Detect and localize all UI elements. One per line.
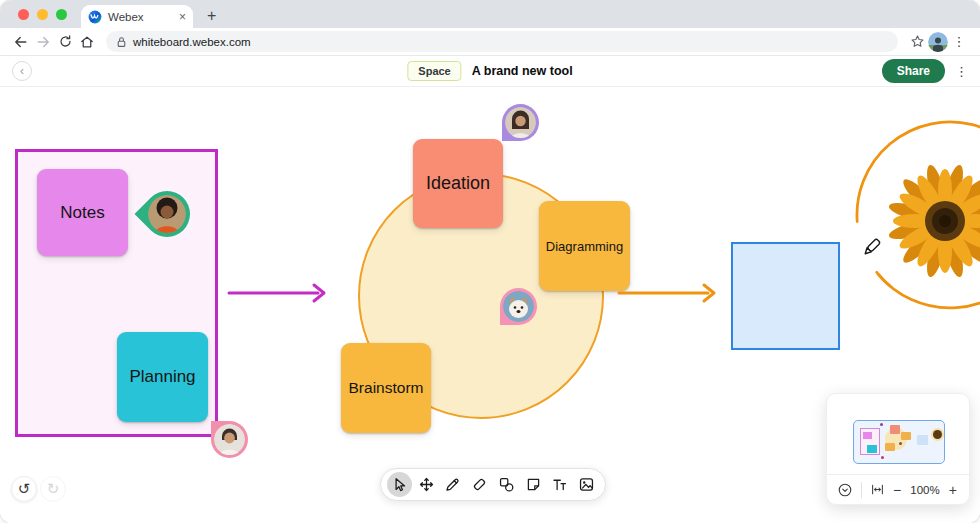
whiteboard-canvas[interactable]: Notes Planning Ideation Diagramming Brai… xyxy=(0,87,980,523)
sticky-note-notes[interactable]: Notes xyxy=(37,169,128,256)
pink-avatar-cursor xyxy=(211,421,248,458)
fit-to-width-icon[interactable] xyxy=(870,482,885,497)
space-badge[interactable]: Space xyxy=(407,61,461,81)
collaborator-avatar xyxy=(505,107,536,138)
minimap-frame xyxy=(860,428,880,455)
orange-drawn-circle-stroke[interactable] xyxy=(857,122,980,308)
close-window-button[interactable] xyxy=(18,9,29,20)
url-text: whiteboard.webex.com xyxy=(133,36,251,48)
divider xyxy=(861,482,862,498)
eraser-tool-icon[interactable] xyxy=(467,472,492,497)
reload-icon[interactable] xyxy=(54,31,76,53)
sticky-label: Diagramming xyxy=(546,239,623,254)
forward-icon[interactable] xyxy=(32,31,54,53)
drawing-toolbar xyxy=(380,468,606,501)
share-button[interactable]: Share xyxy=(882,59,945,83)
sticky-label: Ideation xyxy=(426,173,490,194)
browser-tab-strip: Webex × + xyxy=(0,0,980,28)
sticky-note-diagramming[interactable]: Diagramming xyxy=(539,201,630,291)
blue-square-shape[interactable] xyxy=(731,242,840,350)
home-icon[interactable] xyxy=(76,31,98,53)
browser-tab[interactable]: Webex × xyxy=(81,5,193,28)
whiteboard-header: ‹ Space A brand new tool Share ⋮ xyxy=(0,56,980,87)
purple-avatar-cursor xyxy=(502,104,539,141)
sticky-label: Brainstorm xyxy=(349,379,424,397)
browser-address-bar: whiteboard.webex.com ⋮ xyxy=(0,28,980,56)
minimap-viewport[interactable] xyxy=(853,420,945,464)
bookmark-star-icon[interactable] xyxy=(906,31,928,53)
sunflower-image[interactable] xyxy=(887,163,980,279)
collaborator-avatar xyxy=(148,195,186,233)
collapse-panel-icon[interactable] xyxy=(837,482,853,498)
tab-title: Webex xyxy=(108,11,173,23)
sticky-note-planning[interactable]: Planning xyxy=(117,332,208,422)
zoom-level: 100% xyxy=(910,484,939,496)
sticky-label: Planning xyxy=(129,367,195,387)
image-tool-icon[interactable] xyxy=(574,472,599,497)
board-title[interactable]: A brand new tool xyxy=(472,64,573,78)
sticky-note-brainstorm[interactable]: Brainstorm xyxy=(341,343,431,433)
minimap-square xyxy=(917,435,928,445)
move-tool-icon[interactable] xyxy=(414,472,439,497)
browser-menu-icon[interactable]: ⋮ xyxy=(948,31,970,53)
window-controls xyxy=(0,0,81,28)
zoom-controls: − 100% + xyxy=(827,474,969,504)
browser-window: Webex × + whiteboard.webex.com xyxy=(0,0,980,523)
minimap-sunflower xyxy=(933,430,942,439)
browser-profile-avatar[interactable] xyxy=(928,32,948,52)
minimize-window-button[interactable] xyxy=(37,9,48,20)
sticky-label: Notes xyxy=(60,203,104,223)
zoom-out-button[interactable]: − xyxy=(891,482,903,498)
zoom-in-button[interactable]: + xyxy=(947,482,959,498)
url-bar[interactable]: whiteboard.webex.com xyxy=(106,31,898,52)
orange-arrow-connector[interactable] xyxy=(619,285,714,301)
collaborator-avatar xyxy=(503,291,534,322)
dog-avatar-cursor xyxy=(500,288,537,325)
text-tool-icon[interactable] xyxy=(547,472,572,497)
back-icon[interactable] xyxy=(10,31,32,53)
sticky-note-tool-icon[interactable] xyxy=(521,472,546,497)
lock-icon xyxy=(116,36,127,48)
pen-tool-icon[interactable] xyxy=(440,472,465,497)
tab-close-icon[interactable]: × xyxy=(179,11,186,23)
board-back-button[interactable]: ‹ xyxy=(12,61,32,81)
undo-button[interactable]: ↺ xyxy=(11,476,37,502)
magenta-arrow-connector[interactable] xyxy=(229,285,324,301)
board-title-group: Space A brand new tool xyxy=(407,61,572,81)
maximize-window-button[interactable] xyxy=(56,9,67,20)
redo-button[interactable]: ↻ xyxy=(40,476,66,502)
minimap-panel: − 100% + xyxy=(826,393,970,505)
select-tool-icon[interactable] xyxy=(387,472,412,497)
pencil-cursor-icon xyxy=(863,239,880,256)
collaborator-avatar xyxy=(214,424,245,455)
shapes-tool-icon[interactable] xyxy=(494,472,519,497)
webex-favicon-icon xyxy=(88,10,102,24)
new-tab-button[interactable]: + xyxy=(207,7,216,25)
sticky-note-ideation[interactable]: Ideation xyxy=(413,139,503,228)
board-menu-icon[interactable]: ⋮ xyxy=(955,65,968,78)
